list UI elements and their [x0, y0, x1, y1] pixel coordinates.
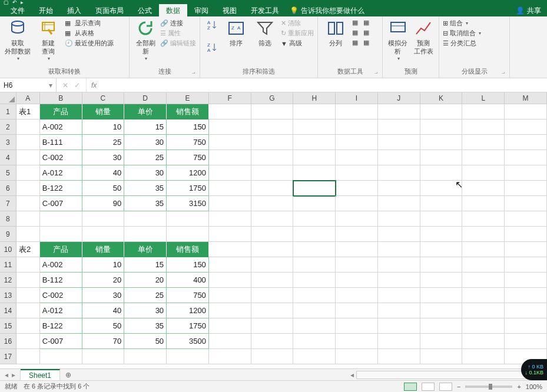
new-query-button[interactable]: 新建 查询 [34, 19, 62, 62]
cell[interactable]: 销量 [82, 104, 125, 119]
consolidate-button[interactable]: ▦ [363, 29, 369, 36]
cell[interactable] [336, 227, 378, 242]
cell[interactable]: 150 [167, 257, 209, 273]
cell[interactable] [16, 165, 40, 181]
cell[interactable]: A-002 [40, 119, 82, 135]
cell[interactable] [209, 119, 251, 135]
cell[interactable] [420, 165, 463, 181]
cell[interactable]: 30 [124, 135, 167, 150]
cell[interactable] [16, 288, 40, 303]
row-header[interactable]: 11 [0, 257, 16, 273]
cell[interactable] [420, 181, 463, 196]
cell[interactable] [251, 227, 294, 242]
cell[interactable] [209, 196, 251, 211]
cell[interactable]: 表2 [16, 242, 40, 257]
cell[interactable] [16, 211, 40, 227]
cell[interactable] [293, 273, 336, 288]
cell[interactable] [462, 349, 505, 364]
cell[interactable] [378, 303, 420, 318]
select-all-corner[interactable] [0, 92, 16, 104]
cell[interactable] [209, 165, 251, 181]
row-header[interactable]: 12 [0, 273, 16, 288]
cell[interactable] [420, 227, 463, 242]
cell[interactable] [462, 181, 505, 196]
col-header[interactable]: H [293, 92, 336, 104]
cell[interactable] [40, 349, 82, 364]
cell[interactable] [420, 119, 463, 135]
formula-input[interactable] [101, 78, 547, 92]
cell[interactable] [251, 257, 294, 273]
cell[interactable] [16, 119, 40, 135]
cell[interactable] [251, 349, 294, 364]
cell[interactable]: 25 [124, 150, 167, 165]
cell[interactable]: 20 [82, 273, 125, 288]
cell[interactable]: 3150 [167, 196, 209, 211]
recent-sources-button[interactable]: 🕘最近使用的源 [65, 39, 114, 48]
row-header[interactable]: 7 [0, 196, 16, 211]
cell[interactable] [378, 165, 420, 181]
cell[interactable] [420, 150, 463, 165]
cell[interactable] [124, 211, 167, 227]
cell[interactable] [505, 288, 547, 303]
cell[interactable]: 40 [82, 303, 125, 318]
text-to-columns-button[interactable]: 分列 [321, 19, 350, 47]
cell[interactable]: 30 [82, 288, 125, 303]
row-header[interactable]: 14 [0, 303, 16, 318]
row-header[interactable]: 3 [0, 135, 16, 150]
cell[interactable] [209, 150, 251, 165]
cell[interactable]: 50 [82, 318, 125, 334]
cell[interactable] [505, 242, 547, 257]
cell[interactable] [378, 227, 420, 242]
cell[interactable] [167, 349, 209, 364]
cell[interactable] [251, 150, 294, 165]
cell[interactable] [16, 257, 40, 273]
cell[interactable] [251, 119, 294, 135]
cell[interactable] [82, 349, 125, 364]
cell[interactable]: 10 [82, 257, 125, 273]
cell[interactable] [16, 227, 40, 242]
cell[interactable] [378, 150, 420, 165]
row-header[interactable]: 16 [0, 334, 16, 349]
cell[interactable] [420, 303, 463, 318]
cell[interactable]: B-122 [40, 318, 82, 334]
col-header[interactable]: F [209, 92, 251, 104]
cell[interactable]: 35 [124, 318, 167, 334]
cell[interactable] [209, 334, 251, 349]
cell[interactable]: 750 [167, 150, 209, 165]
row-header[interactable]: 17 [0, 349, 16, 364]
cell[interactable] [378, 135, 420, 150]
cell[interactable] [293, 165, 336, 181]
cell[interactable] [378, 334, 420, 349]
cell[interactable] [336, 104, 378, 119]
cell[interactable] [420, 349, 463, 364]
cell[interactable] [336, 318, 378, 334]
cell[interactable]: 30 [124, 165, 167, 181]
cell[interactable] [336, 181, 378, 196]
add-sheet-button[interactable]: ⊕ [60, 369, 77, 380]
tab-formula[interactable]: 公式 [131, 4, 159, 18]
tab-view[interactable]: 视图 [216, 4, 244, 18]
cell[interactable] [209, 211, 251, 227]
cell[interactable] [293, 318, 336, 334]
cell[interactable]: C-002 [40, 288, 82, 303]
cell[interactable] [251, 196, 294, 211]
cell[interactable]: 产品 [40, 242, 82, 257]
cell[interactable]: B-111 [40, 135, 82, 150]
cell[interactable] [251, 135, 294, 150]
cell[interactable]: 15 [124, 119, 167, 135]
flash-fill-button[interactable]: ▦▦ [352, 19, 369, 26]
cell[interactable] [336, 273, 378, 288]
cell[interactable] [209, 227, 251, 242]
col-header[interactable]: C [82, 92, 125, 104]
cell[interactable]: 产品 [40, 104, 82, 119]
normal-view-button[interactable] [404, 383, 417, 391]
row-header[interactable]: 13 [0, 288, 16, 303]
cell[interactable] [462, 318, 505, 334]
cell[interactable] [82, 211, 125, 227]
col-header[interactable]: B [40, 92, 82, 104]
row-header[interactable]: 15 [0, 318, 16, 334]
cell[interactable] [251, 211, 294, 227]
cell[interactable] [505, 211, 547, 227]
cell[interactable]: 销量 [82, 242, 125, 257]
cell[interactable] [505, 150, 547, 165]
